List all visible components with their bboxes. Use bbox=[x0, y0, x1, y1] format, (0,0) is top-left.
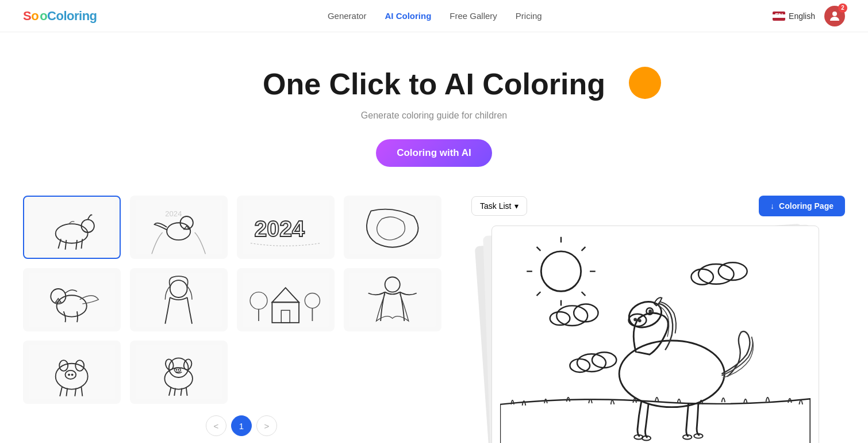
svg-text:2024: 2024 bbox=[166, 209, 182, 218]
language-label: English bbox=[789, 12, 815, 21]
page-1-button[interactable]: 1 bbox=[231, 415, 252, 436]
grid-item-10[interactable] bbox=[130, 341, 228, 404]
grid-item-6[interactable] bbox=[130, 268, 228, 331]
grid-item-5[interactable] bbox=[23, 268, 121, 331]
grid-item-4[interactable] bbox=[344, 196, 441, 259]
grid-item-1[interactable] bbox=[23, 196, 121, 259]
svg-point-47 bbox=[176, 369, 178, 371]
svg-point-34 bbox=[71, 374, 74, 376]
grid-item-7[interactable] bbox=[237, 268, 335, 331]
preview-stack bbox=[491, 226, 825, 443]
logo-o1: o bbox=[31, 9, 39, 24]
logo[interactable]: SooColoring bbox=[23, 9, 97, 24]
nav-ai-coloring[interactable]: AI Coloring bbox=[385, 11, 431, 21]
svg-text:2024: 2024 bbox=[255, 217, 305, 242]
coloring-page-button[interactable]: ↓ Coloring Page bbox=[759, 196, 845, 216]
grid-item-2[interactable]: 2024 bbox=[130, 196, 228, 259]
nav-pricing[interactable]: Pricing bbox=[516, 11, 542, 21]
task-list-label: Task List bbox=[480, 201, 511, 211]
next-page-button[interactable]: > bbox=[256, 415, 277, 436]
logo-coloring-text: Coloring bbox=[47, 9, 97, 23]
image-grid: 2024 2024 bbox=[23, 196, 460, 404]
thumb-2024: 2024 bbox=[243, 200, 328, 254]
chevron-down-icon: ▾ bbox=[514, 201, 519, 211]
hero-section: One Click to AI Coloring Generate colori… bbox=[0, 32, 868, 184]
task-list-button[interactable]: Task List ▾ bbox=[471, 196, 527, 216]
svg-point-75 bbox=[633, 318, 637, 321]
thumb-woman bbox=[136, 272, 221, 327]
nav-generator[interactable]: Generator bbox=[328, 11, 367, 21]
svg-point-33 bbox=[68, 374, 70, 376]
hero-title: One Click to AI Coloring bbox=[11, 67, 857, 101]
svg-rect-14 bbox=[349, 200, 435, 254]
main-content: 2024 2024 bbox=[0, 184, 868, 443]
svg-rect-1 bbox=[29, 200, 114, 254]
grid-item-9[interactable] bbox=[23, 341, 121, 404]
nav-links: Generator AI Coloring Free Gallery Prici… bbox=[328, 11, 542, 21]
svg-point-78 bbox=[648, 310, 652, 313]
thumb-superhero bbox=[349, 272, 435, 327]
navbar: SooColoring Generator AI Coloring Free G… bbox=[0, 0, 868, 32]
thumb-abstract1 bbox=[349, 200, 435, 254]
gallery-section: 2024 2024 bbox=[23, 196, 460, 443]
logo-o2: o bbox=[40, 9, 47, 24]
coloring-page-label: Coloring Page bbox=[779, 201, 834, 211]
prev-page-button[interactable]: < bbox=[206, 415, 226, 436]
preview-front bbox=[491, 226, 819, 443]
preview-panel: Task List ▾ ↓ Coloring Page bbox=[460, 196, 845, 443]
thumb-house bbox=[243, 272, 328, 327]
flag-icon: EN bbox=[773, 12, 785, 21]
coloring-with-ai-button[interactable]: Coloring with AI bbox=[376, 139, 492, 167]
svg-rect-53 bbox=[500, 232, 811, 443]
thumb-bird: 2024 bbox=[136, 200, 221, 254]
grid-item-8[interactable] bbox=[344, 268, 441, 331]
user-avatar-wrap[interactable]: 2 bbox=[824, 6, 845, 26]
hero-subtitle: Generate coloring guide for children bbox=[11, 110, 857, 121]
svg-rect-30 bbox=[29, 345, 114, 399]
nav-free-gallery[interactable]: Free Gallery bbox=[450, 11, 497, 21]
panel-header: Task List ▾ ↓ Coloring Page bbox=[471, 196, 845, 216]
svg-point-76 bbox=[638, 319, 642, 322]
svg-point-48 bbox=[178, 369, 180, 371]
logo-s: S bbox=[23, 9, 31, 23]
svg-rect-15 bbox=[29, 273, 114, 326]
download-icon: ↓ bbox=[770, 201, 774, 211]
thumb-puppy bbox=[136, 345, 221, 399]
thumb-horse bbox=[29, 200, 114, 254]
thumb-pig bbox=[29, 345, 114, 399]
notification-badge: 2 bbox=[838, 3, 847, 13]
grid-item-3[interactable]: 2024 bbox=[237, 196, 335, 259]
svg-point-0 bbox=[832, 12, 837, 16]
pagination: < 1 > bbox=[23, 415, 460, 436]
preview-coloring-image bbox=[500, 232, 811, 443]
language-selector[interactable]: EN English bbox=[773, 12, 815, 21]
orange-decoration bbox=[629, 67, 661, 99]
thumb-dragon bbox=[29, 272, 114, 327]
preview-image-wrap bbox=[471, 226, 845, 443]
svg-rect-8 bbox=[136, 200, 221, 254]
nav-right: EN English 2 bbox=[773, 6, 845, 26]
svg-rect-20 bbox=[243, 273, 328, 326]
